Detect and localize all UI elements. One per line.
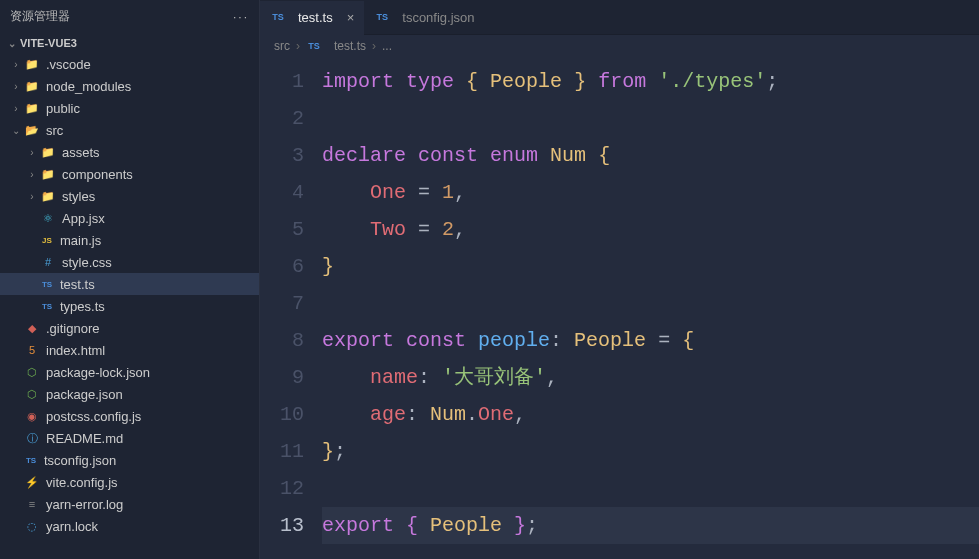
ts-icon: TS bbox=[306, 38, 322, 54]
line-number: 3 bbox=[260, 137, 304, 174]
yarn-icon: ◌ bbox=[24, 518, 40, 534]
code-line[interactable]: } bbox=[322, 248, 979, 285]
react-icon: ⚛ bbox=[40, 210, 56, 226]
close-icon[interactable]: × bbox=[347, 10, 355, 25]
folder-icon: 📁 bbox=[24, 100, 40, 116]
tree-item[interactable]: ⬡package.json bbox=[0, 383, 259, 405]
editor[interactable]: 12345678910111213 import type { People }… bbox=[260, 57, 979, 559]
crumb-file[interactable]: test.ts bbox=[334, 39, 366, 53]
breadcrumb[interactable]: src › TS test.ts › ... bbox=[260, 35, 979, 57]
tree-item[interactable]: TStypes.ts bbox=[0, 295, 259, 317]
tree-item[interactable]: ⓘREADME.md bbox=[0, 427, 259, 449]
tree-item[interactable]: #style.css bbox=[0, 251, 259, 273]
folder-open-icon: 📂 bbox=[24, 122, 40, 138]
code-line[interactable]: import type { People } from './types'; bbox=[322, 63, 979, 100]
tree-item[interactable]: ›📁assets bbox=[0, 141, 259, 163]
project-name: VITE-VUE3 bbox=[20, 37, 77, 49]
tree-item[interactable]: ≡yarn-error.log bbox=[0, 493, 259, 515]
editor-tab[interactable]: TStsconfig.json bbox=[364, 0, 484, 34]
chevron-right-icon: › bbox=[26, 191, 38, 202]
tree-item-label: public bbox=[46, 101, 80, 116]
tree-item[interactable]: ›📁components bbox=[0, 163, 259, 185]
code-line[interactable] bbox=[322, 470, 979, 507]
tree-item[interactable]: JSmain.js bbox=[0, 229, 259, 251]
line-number: 12 bbox=[260, 470, 304, 507]
tab-label: tsconfig.json bbox=[402, 10, 474, 25]
tree-item[interactable]: ⬡package-lock.json bbox=[0, 361, 259, 383]
tree-item-label: vite.config.js bbox=[46, 475, 118, 490]
folder-icon: 📁 bbox=[40, 144, 56, 160]
editor-main: TStest.ts×TStsconfig.json src › TS test.… bbox=[260, 0, 979, 559]
editor-tab[interactable]: TStest.ts× bbox=[260, 1, 364, 35]
ts-icon: TS bbox=[40, 278, 54, 290]
file-tree[interactable]: ›📁.vscode›📁node_modules›📁public⌄📂src›📁as… bbox=[0, 53, 259, 559]
tree-item[interactable]: ›📁public bbox=[0, 97, 259, 119]
tree-item[interactable]: ›📁.vscode bbox=[0, 53, 259, 75]
tree-item[interactable]: ⚛App.jsx bbox=[0, 207, 259, 229]
code-line[interactable] bbox=[322, 100, 979, 137]
line-number: 13 bbox=[260, 507, 304, 544]
line-gutter: 12345678910111213 bbox=[260, 57, 322, 559]
tree-item[interactable]: TStest.ts bbox=[0, 273, 259, 295]
tree-item-label: index.html bbox=[46, 343, 105, 358]
line-number: 9 bbox=[260, 359, 304, 396]
npm-icon: ⬡ bbox=[24, 386, 40, 402]
code-line[interactable]: declare const enum Num { bbox=[322, 137, 979, 174]
folder-icon: 📁 bbox=[40, 166, 56, 182]
sidebar-header: 资源管理器 ··· bbox=[0, 0, 259, 33]
info-icon: ⓘ bbox=[24, 430, 40, 446]
code-line[interactable]: export const people: People = { bbox=[322, 322, 979, 359]
tree-item-label: tsconfig.json bbox=[44, 453, 116, 468]
code-line[interactable]: Two = 2, bbox=[322, 211, 979, 248]
log-icon: ≡ bbox=[24, 496, 40, 512]
line-number: 2 bbox=[260, 100, 304, 137]
tree-item-label: .gitignore bbox=[46, 321, 99, 336]
project-header[interactable]: ⌄ VITE-VUE3 bbox=[0, 33, 259, 53]
tree-item[interactable]: ⚡vite.config.js bbox=[0, 471, 259, 493]
line-number: 6 bbox=[260, 248, 304, 285]
folder-icon: 📁 bbox=[24, 78, 40, 94]
git-icon: ◆ bbox=[24, 320, 40, 336]
chevron-right-icon: › bbox=[10, 103, 22, 114]
tree-item[interactable]: ◉postcss.config.js bbox=[0, 405, 259, 427]
code-line[interactable]: export { People }; bbox=[322, 507, 979, 544]
ts-icon: TS bbox=[24, 454, 38, 466]
tree-item-label: .vscode bbox=[46, 57, 91, 72]
js-icon: JS bbox=[40, 234, 54, 246]
css-icon: # bbox=[40, 254, 56, 270]
crumb-symbol[interactable]: ... bbox=[382, 39, 392, 53]
code-line[interactable]: One = 1, bbox=[322, 174, 979, 211]
tree-item[interactable]: ›📁styles bbox=[0, 185, 259, 207]
tree-item[interactable]: TStsconfig.json bbox=[0, 449, 259, 471]
html-icon: 5 bbox=[24, 342, 40, 358]
tree-item-label: main.js bbox=[60, 233, 101, 248]
code-line[interactable] bbox=[322, 285, 979, 322]
ts-icon: TS bbox=[40, 300, 54, 312]
line-number: 1 bbox=[260, 63, 304, 100]
tree-item-label: README.md bbox=[46, 431, 123, 446]
sidebar-menu-icon[interactable]: ··· bbox=[233, 10, 249, 24]
tab-bar: TStest.ts×TStsconfig.json bbox=[260, 0, 979, 35]
tree-item-label: postcss.config.js bbox=[46, 409, 141, 424]
tree-item[interactable]: ⌄📂src bbox=[0, 119, 259, 141]
code-area[interactable]: import type { People } from './types'; d… bbox=[322, 57, 979, 559]
crumb-folder[interactable]: src bbox=[274, 39, 290, 53]
tree-item-label: types.ts bbox=[60, 299, 105, 314]
folder-icon: 📁 bbox=[24, 56, 40, 72]
tree-item[interactable]: 5index.html bbox=[0, 339, 259, 361]
tree-item-label: yarn.lock bbox=[46, 519, 98, 534]
folder-icon: 📁 bbox=[40, 188, 56, 204]
chevron-down-icon: ⌄ bbox=[10, 125, 22, 136]
tree-item[interactable]: ◌yarn.lock bbox=[0, 515, 259, 537]
chevron-right-icon: › bbox=[26, 169, 38, 180]
code-line[interactable]: }; bbox=[322, 433, 979, 470]
code-line[interactable]: age: Num.One, bbox=[322, 396, 979, 433]
code-line[interactable]: name: '大哥刘备', bbox=[322, 359, 979, 396]
npm-icon: ⬡ bbox=[24, 364, 40, 380]
postcss-icon: ◉ bbox=[24, 408, 40, 424]
tree-item-label: src bbox=[46, 123, 63, 138]
tree-item[interactable]: ›📁node_modules bbox=[0, 75, 259, 97]
tree-item-label: test.ts bbox=[60, 277, 95, 292]
tree-item[interactable]: ◆.gitignore bbox=[0, 317, 259, 339]
tree-item-label: package-lock.json bbox=[46, 365, 150, 380]
